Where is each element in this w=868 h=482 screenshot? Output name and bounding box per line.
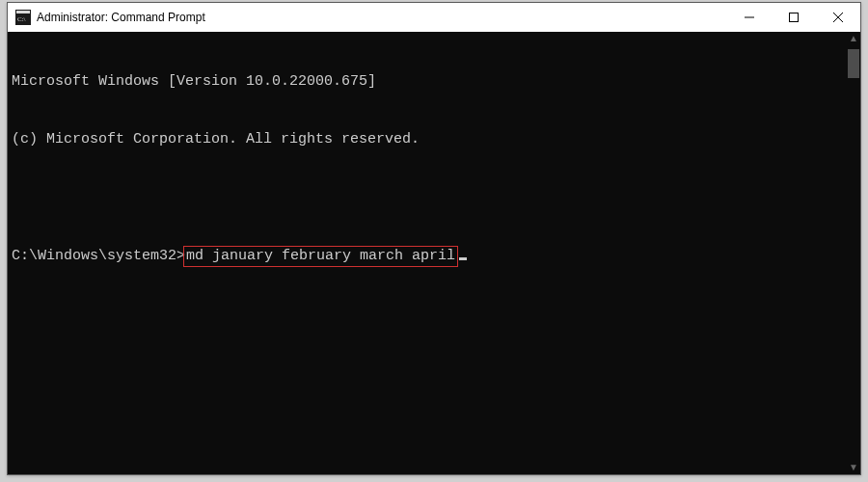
prompt-line: C:\Windows\system32>md january february …: [12, 246, 843, 267]
window-title: Administrator: Command Prompt: [37, 11, 205, 24]
cmd-icon: C:\: [15, 10, 31, 25]
maximize-button[interactable]: [772, 3, 816, 32]
terminal-content[interactable]: Microsoft Windows [Version 10.0.22000.67…: [8, 32, 847, 474]
command-prompt-window: C:\ Administrator: Command Prompt Micros…: [7, 2, 861, 475]
command-highlight: md january february march april: [183, 246, 458, 267]
scroll-thumb[interactable]: [848, 49, 859, 78]
svg-text:C:\: C:\: [17, 15, 26, 23]
typed-command: md january february march april: [186, 248, 455, 264]
prompt-text: C:\Windows\system32>: [12, 248, 185, 264]
terminal-area[interactable]: Microsoft Windows [Version 10.0.22000.67…: [8, 32, 860, 474]
blank-line: [12, 188, 843, 207]
scroll-up-arrow[interactable]: ▲: [847, 32, 860, 45]
close-button[interactable]: [816, 3, 860, 32]
copyright-line: (c) Microsoft Corporation. All rights re…: [12, 130, 843, 149]
scroll-down-arrow[interactable]: ▼: [847, 461, 860, 474]
titlebar[interactable]: C:\ Administrator: Command Prompt: [8, 3, 860, 32]
svg-rect-4: [790, 13, 799, 22]
text-cursor: [459, 257, 467, 260]
vertical-scrollbar[interactable]: ▲ ▼: [847, 32, 860, 474]
minimize-button[interactable]: [727, 3, 772, 32]
svg-rect-1: [16, 11, 30, 13]
version-line: Microsoft Windows [Version 10.0.22000.67…: [12, 72, 843, 92]
